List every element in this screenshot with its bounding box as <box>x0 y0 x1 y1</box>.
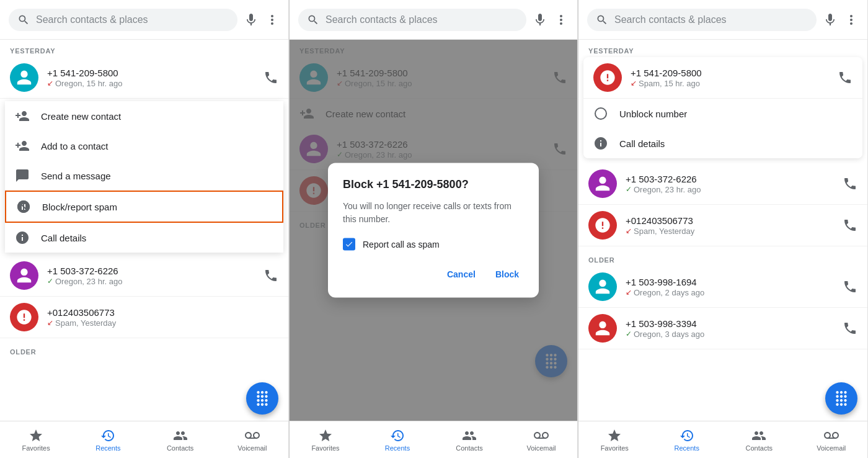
recents-icon-middle <box>390 428 405 443</box>
contacts-icon-middle <box>462 428 477 443</box>
menu-call-details-left[interactable]: Call details <box>5 223 283 253</box>
panel-middle: Search contacts & places YESTERDAY +1 54… <box>289 0 578 458</box>
search-icon <box>17 14 30 26</box>
modal-body: You will no longer receive calls or text… <box>343 200 524 226</box>
voicemail-icon <box>245 428 260 443</box>
call-phone-icon-541-right[interactable] <box>838 70 852 85</box>
call-phone-icon-012-right[interactable] <box>843 218 857 233</box>
menu-call-details-label-right: Call details <box>619 138 665 149</box>
block-icon <box>16 199 31 214</box>
mic-icon-right[interactable] <box>823 12 838 27</box>
nav-favorites-middle[interactable]: Favorites <box>290 421 361 458</box>
nav-recents-middle[interactable]: Recents <box>361 421 433 458</box>
nav-favorites-label-left: Favorites <box>22 444 50 452</box>
voicemail-icon-middle <box>534 428 549 443</box>
menu-block-spam-label-left: Block/report spam <box>42 202 117 212</box>
nav-recents-label-right: Recents <box>675 444 699 452</box>
menu-send-message-label-left: Send a message <box>41 171 111 181</box>
call-item-503-998-1694-right[interactable]: +1 503-998-1694 ↙ Oregon, 2 days ago <box>578 266 867 308</box>
nav-favorites-label-middle: Favorites <box>311 444 339 452</box>
menu-send-message-left[interactable]: Send a message <box>5 161 283 191</box>
more-icon-right[interactable] <box>844 12 859 27</box>
call-info-012-left: +012403506773 ↙ Spam, Yesterday <box>47 307 278 328</box>
bottom-nav-middle: Favorites Recents Contacts Voicemail <box>290 421 577 458</box>
call-item-503-372-left[interactable]: +1 503-372-6226 ✓ Oregon, 23 hr. ago <box>0 255 288 297</box>
call-phone-icon-503-998-3394-right[interactable] <box>843 321 857 336</box>
menu-add-to-contact-label-left: Add to a contact <box>41 141 108 151</box>
menu-unblock-right[interactable]: Unblock number <box>583 99 862 128</box>
search-input-container-right[interactable]: Search contacts & places <box>587 9 817 31</box>
call-item-503-998-3394-right[interactable]: +1 503-998-3394 ✓ Oregon, 3 days ago <box>578 308 867 349</box>
call-item-503-372-right[interactable]: +1 503-372-6226 ✓ Oregon, 23 hr. ago <box>578 163 867 205</box>
call-sub-503-372-right: ✓ Oregon, 23 hr. ago <box>626 185 834 194</box>
nav-voicemail-label-right: Voicemail <box>817 444 846 452</box>
search-icon-middle <box>307 14 319 26</box>
nav-voicemail-label-middle: Voicemail <box>526 444 556 452</box>
bottom-nav-right: Favorites Recents Contacts Voicemail <box>578 421 867 458</box>
more-icon-middle[interactable] <box>554 12 569 27</box>
modal-title: Block +1 541-209-5800? <box>343 178 524 191</box>
menu-create-new-contact-left[interactable]: Create new contact <box>5 101 283 131</box>
search-input-container[interactable]: Search contacts & places <box>9 9 237 31</box>
avatar-541-right <box>593 63 622 92</box>
avatar-503-372-right <box>588 169 617 198</box>
nav-favorites-left[interactable]: Favorites <box>0 421 72 458</box>
more-icon[interactable] <box>265 12 280 27</box>
avatar-541-left <box>10 63 38 92</box>
menu-create-new-contact-label-left: Create new contact <box>41 111 121 122</box>
nav-recents-left[interactable]: Recents <box>72 421 144 458</box>
call-item-012-left[interactable]: +012403506773 ↙ Spam, Yesterday <box>0 297 288 338</box>
call-item-012-right[interactable]: +012403506773 ↙ Spam, Yesterday <box>578 205 867 246</box>
nav-recents-label-middle: Recents <box>385 444 410 452</box>
call-phone-icon-503-372-left[interactable] <box>264 268 278 283</box>
voicemail-icon-right <box>824 428 839 443</box>
context-menu-left: Create new contact Add to a contact Send… <box>5 101 283 253</box>
nav-favorites-label-right: Favorites <box>601 444 629 452</box>
panel-left: Search contacts & places YESTERDAY +1 54… <box>0 0 289 458</box>
contacts-icon <box>173 428 188 443</box>
modal-actions: Cancel Block <box>343 266 524 283</box>
menu-block-spam-left[interactable]: Block/report spam <box>5 191 283 223</box>
nav-voicemail-left[interactable]: Voicemail <box>216 421 288 458</box>
avatar-503-998-1694-right <box>588 272 617 301</box>
menu-call-details-right[interactable]: Call details <box>583 128 862 158</box>
search-input-container-middle[interactable]: Search contacts & places <box>298 9 526 31</box>
menu-add-to-contact-left[interactable]: Add to a contact <box>5 131 283 161</box>
fab-right[interactable] <box>825 382 857 415</box>
nav-contacts-left[interactable]: Contacts <box>144 421 216 458</box>
nav-contacts-right[interactable]: Contacts <box>723 421 795 458</box>
search-placeholder-right: Search contacts & places <box>614 14 808 25</box>
contacts-icon-right <box>751 428 766 443</box>
mic-icon-middle[interactable] <box>533 12 547 27</box>
star-icon <box>29 428 43 443</box>
add-person-2-icon <box>15 138 30 153</box>
call-phone-icon-541-left[interactable] <box>264 70 278 85</box>
nav-voicemail-middle[interactable]: Voicemail <box>505 421 577 458</box>
nav-favorites-right[interactable]: Favorites <box>578 421 651 458</box>
call-number-541-left: +1 541-209-5800 <box>47 68 255 78</box>
call-number-012-right: +012403506773 <box>626 215 834 226</box>
star-icon-middle <box>318 428 333 443</box>
fab-left[interactable] <box>246 382 278 415</box>
info-icon-right <box>593 136 608 151</box>
call-number-012-left: +012403506773 <box>47 307 278 318</box>
block-button[interactable]: Block <box>490 266 524 283</box>
report-spam-checkbox[interactable] <box>343 238 355 251</box>
checkbox-label: Report call as spam <box>363 240 440 249</box>
nav-voicemail-right[interactable]: Voicemail <box>795 421 868 458</box>
call-item-541-right[interactable]: +1 541-209-5800 ↙ Spam, 15 hr. ago <box>583 57 862 99</box>
nav-contacts-middle[interactable]: Contacts <box>433 421 505 458</box>
search-placeholder-middle: Search contacts & places <box>326 14 518 25</box>
checkbox-row: Report call as spam <box>343 238 524 251</box>
call-info-503-372-right: +1 503-372-6226 ✓ Oregon, 23 hr. ago <box>626 174 834 194</box>
nav-voicemail-label-left: Voicemail <box>237 444 267 452</box>
star-icon-right <box>607 428 622 443</box>
call-phone-icon-503-372-right[interactable] <box>843 176 857 191</box>
call-phone-icon-503-998-1694-right[interactable] <box>843 279 857 294</box>
call-sub-012-right: ↙ Spam, Yesterday <box>626 227 834 236</box>
call-item-541-left[interactable]: +1 541-209-5800 ↙ Oregon, 15 hr. ago <box>0 57 288 99</box>
mic-icon[interactable] <box>244 12 259 27</box>
nav-recents-right[interactable]: Recents <box>651 421 724 458</box>
bottom-nav-left: Favorites Recents Contacts Voicemail <box>0 421 288 458</box>
cancel-button[interactable]: Cancel <box>442 266 480 283</box>
